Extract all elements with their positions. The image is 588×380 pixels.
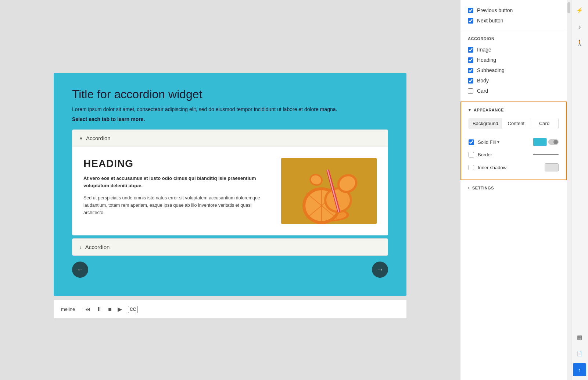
solid-fill-chevron[interactable]: ▾ [497, 139, 499, 145]
widget-description: Lorem ipsum dolor sit amet, consectetur … [72, 106, 388, 113]
accordion-section-title: ACCORDION [468, 36, 559, 41]
settings-section: › SETTINGS [460, 180, 567, 196]
widget-title: Title for accordion widget [72, 88, 388, 101]
appearance-collapse-icon[interactable]: ▾ [469, 107, 471, 113]
widget-instruction: Select each tab to learn more. [72, 116, 388, 122]
settings-title: SETTINGS [472, 186, 494, 190]
heading-row: Heading [468, 55, 559, 65]
subheading-checkbox[interactable] [468, 68, 473, 73]
appearance-section-title: APPEARANCE [474, 108, 504, 112]
prev-nav-button[interactable]: ← [72, 262, 88, 278]
solid-fill-checkbox[interactable] [469, 139, 474, 145]
next-nav-button[interactable]: → [372, 262, 388, 278]
border-label: Border [478, 152, 529, 157]
play-button[interactable]: ▶ [118, 306, 122, 313]
border-checkbox[interactable] [469, 152, 474, 157]
canvas-area: Title for accordion widget Lorem ipsum d… [0, 0, 460, 380]
inner-shadow-label: Inner shadow [478, 165, 541, 170]
inner-shadow-checkbox[interactable] [469, 165, 474, 170]
stop-button[interactable]: ■ [108, 306, 112, 313]
accordion-item-open[interactable]: ▾ Accordion HEADING At vero eos et accus… [72, 129, 388, 235]
layout-icon-btn[interactable]: ▦ [573, 331, 586, 344]
accordion-subtext: At vero eos et accusamus et iusto odio c… [83, 175, 270, 189]
icon-bar: ⚡ ♪ 🚶 ▦ 📄 ↑ [571, 0, 588, 380]
heading-label: Heading [477, 57, 496, 63]
image-checkbox[interactable] [468, 47, 473, 53]
next-button-checkbox[interactable] [468, 18, 473, 24]
inner-shadow-row: Inner shadow [469, 160, 559, 174]
music-icon-btn[interactable]: ♪ [573, 20, 586, 33]
card-row: Card [468, 86, 559, 96]
timeline-bar: meline ⏮ ⏸ ■ ▶ CC [54, 300, 406, 318]
appearance-section: ▾ APPEARANCE Background Content Card Sol… [460, 102, 567, 180]
heading-checkbox[interactable] [468, 57, 473, 63]
previous-button-checkbox[interactable] [468, 8, 473, 13]
accordion-settings-section: ACCORDION Image Heading Subheading Body [460, 31, 567, 102]
solid-fill-controls [533, 138, 559, 146]
chevron-down-icon: ▾ [80, 135, 82, 141]
app-wrapper: Title for accordion widget Lorem ipsum d… [0, 0, 588, 380]
tab-content[interactable]: Content [502, 118, 530, 129]
timeline-label: meline [61, 306, 75, 312]
tab-background[interactable]: Background [469, 118, 502, 129]
tab-card[interactable]: Card [530, 118, 558, 129]
previous-button-label: Previous button [477, 7, 513, 13]
accordion-image [281, 158, 377, 224]
step-back-button[interactable]: ⏮ [85, 306, 90, 313]
previous-button-row: Previous button [468, 5, 559, 15]
chevron-right-icon: › [80, 244, 82, 250]
solid-fill-toggle[interactable] [548, 139, 559, 145]
page-icon-btn[interactable]: 📄 [573, 347, 586, 360]
border-row: Border [469, 149, 559, 160]
appearance-header: ▾ APPEARANCE [469, 107, 559, 113]
border-preview [533, 155, 559, 155]
share-icon-btn[interactable]: ↑ [573, 363, 586, 376]
solid-fill-row: Solid Fill ▾ [469, 135, 559, 149]
panel-container: Previous button Next button ACCORDION Im… [460, 0, 567, 380]
image-label: Image [477, 47, 491, 53]
lightning-icon-btn[interactable]: ⚡ [573, 4, 586, 17]
next-button-row: Next button [468, 15, 559, 26]
settings-header[interactable]: › SETTINGS [468, 185, 559, 191]
solid-fill-label: Solid Fill ▾ [478, 139, 529, 145]
body-checkbox[interactable] [468, 78, 473, 84]
accordion-content: HEADING At vero eos et accusamus et iust… [72, 146, 388, 235]
next-button-label: Next button [477, 18, 503, 24]
card-checkbox[interactable] [468, 88, 473, 94]
image-row: Image [468, 45, 559, 55]
accordion-text: HEADING At vero eos et accusamus et iust… [83, 158, 270, 224]
nav-buttons-section: Previous button Next button [460, 0, 567, 31]
cc-button[interactable]: CC [128, 306, 138, 313]
accordion-header-open[interactable]: ▾ Accordion [72, 130, 388, 146]
subheading-row: Subheading [468, 65, 559, 75]
right-sidebar: Previous button Next button ACCORDION Im… [460, 0, 588, 380]
inner-shadow-preview [545, 163, 559, 171]
accordion-header-label-open: Accordion [86, 135, 111, 141]
appearance-tabs: Background Content Card [469, 118, 559, 129]
person-icon-btn[interactable]: 🚶 [573, 36, 586, 49]
scroll-thumb[interactable] [567, 2, 570, 13]
pause-button[interactable]: ⏸ [96, 306, 102, 313]
nav-buttons-row: ← → [72, 262, 388, 278]
body-row: Body [468, 75, 559, 86]
accordion-heading: HEADING [83, 158, 270, 170]
timeline-controls: ⏮ ⏸ ■ ▶ CC [85, 306, 138, 313]
widget-container: Title for accordion widget Lorem ipsum d… [54, 73, 406, 296]
accordion-body: Sed ut perspiciatis unde omnis iste natu… [83, 194, 270, 216]
scrollbar[interactable] [567, 0, 571, 380]
accordion-header-label-closed: Accordion [85, 244, 110, 250]
accordion-item-closed[interactable]: › Accordion [72, 238, 388, 256]
accordion-header-closed[interactable]: › Accordion [72, 239, 388, 255]
settings-collapse-icon: › [468, 185, 469, 191]
subheading-label: Subheading [477, 67, 505, 73]
color-swatch[interactable] [533, 138, 547, 146]
body-label: Body [477, 78, 489, 84]
card-label: Card [477, 88, 488, 94]
